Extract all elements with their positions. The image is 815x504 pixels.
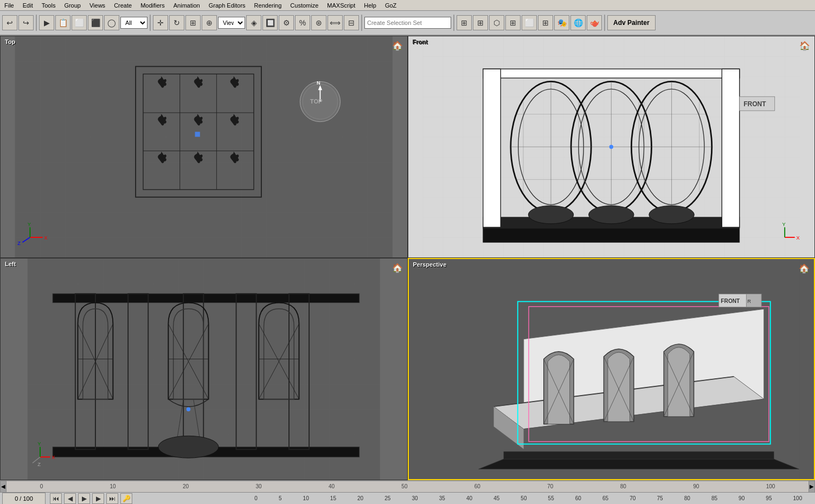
schematic-view-button[interactable]: ⊞ — [473, 15, 488, 30]
viewport-left-content: LEFT X Y Z — [1, 259, 407, 480]
reference-button[interactable]: ⊕ — [202, 15, 217, 30]
svg-rect-24 — [483, 227, 739, 242]
viewport-top-label: Top — [5, 38, 15, 45]
environment-button[interactable]: 🌐 — [570, 15, 586, 30]
scale-button[interactable]: ⊞ — [185, 15, 201, 30]
mirror-button[interactable]: ⟺ — [328, 15, 343, 30]
home-icon-left[interactable]: 🏠 — [392, 263, 403, 273]
render-setup-button[interactable]: ⊞ — [505, 15, 521, 30]
play-button[interactable]: ▶ — [78, 493, 90, 504]
timeline-left-arrow[interactable]: ◀ — [0, 481, 7, 493]
menu-maxscript[interactable]: MAXScript — [323, 2, 360, 9]
svg-rect-8 — [195, 132, 200, 137]
svg-rect-23 — [483, 69, 739, 78]
material-editor-button[interactable]: ⬡ — [489, 15, 504, 30]
viewport-grid: Top 🏠 — [0, 36, 815, 480]
viewport-top-content: N TOP X Y Z — [1, 36, 407, 257]
viewport-left-label: Left — [5, 261, 16, 267]
next-frame-button[interactable]: ▶ — [92, 493, 104, 504]
viewport-left[interactable]: Left 🏠 — [0, 258, 408, 480]
svg-rect-27 — [722, 69, 739, 227]
toolbar: ↩ ↪ ▶ 📋 ⬜ ⬛ ◯ All ✛ ↻ ⊞ ⊕ View ◈ 🔲 ⚙ % ⊛… — [0, 11, 815, 36]
svg-point-46 — [609, 145, 613, 148]
select-by-name-button[interactable]: 📋 — [55, 15, 70, 30]
svg-text:Y: Y — [28, 222, 31, 227]
viewport-front[interactable]: Front 🏠 — [408, 36, 816, 258]
menu-rendering[interactable]: Rendering — [250, 2, 286, 9]
svg-text:FRONT: FRONT — [721, 298, 740, 304]
svg-point-36 — [528, 205, 573, 223]
filter-dropdown[interactable]: All — [120, 17, 147, 29]
spinner-snap-button[interactable]: ⊛ — [311, 15, 326, 30]
teapot-button[interactable]: 🫖 — [587, 15, 602, 30]
lasso-button[interactable]: ◯ — [104, 15, 119, 30]
svg-text:Y: Y — [37, 441, 41, 447]
svg-rect-64 — [53, 294, 360, 303]
adv-painter-button[interactable]: Adv Painter — [607, 15, 656, 30]
separator-5 — [604, 15, 605, 31]
svg-point-45 — [588, 205, 633, 223]
home-icon-perspective[interactable]: 🏠 — [799, 263, 810, 274]
svg-text:X: X — [796, 235, 799, 241]
menu-graph-editors[interactable]: Graph Editors — [204, 2, 250, 9]
create-selection-set-input[interactable] — [364, 17, 451, 29]
rotate-button[interactable]: ↻ — [169, 15, 184, 30]
svg-marker-93 — [478, 459, 799, 469]
rect-select-button[interactable]: ⬜ — [72, 15, 87, 30]
menu-modifiers[interactable]: Modifiers — [136, 2, 169, 9]
view-dropdown[interactable]: View — [218, 17, 245, 29]
menu-file[interactable]: File — [0, 2, 18, 9]
home-icon-top[interactable]: 🏠 — [392, 41, 403, 51]
home-icon-front[interactable]: 🏠 — [799, 41, 810, 51]
frame-display: 0 / 100 — [2, 493, 46, 505]
viewport-front-content: FRONT X Y — [408, 36, 815, 257]
activeshade-button[interactable]: 🎭 — [554, 15, 569, 30]
align-button[interactable]: ⊟ — [344, 15, 359, 30]
window-crossing-button[interactable]: ⬛ — [88, 15, 103, 30]
timeline-track[interactable]: 0 10 20 30 40 50 60 70 80 90 100 — [7, 481, 808, 493]
status-bar: 0 / 100 ⏮ ◀ ▶ ▶ ⏭ 🔑 0 5 10 15 20 25 30 3… — [0, 492, 815, 504]
viewport-top[interactable]: Top 🏠 — [0, 36, 408, 258]
menu-group[interactable]: Group — [60, 2, 85, 9]
svg-text:Y: Y — [782, 222, 785, 227]
separator-3 — [361, 15, 362, 31]
svg-text:Z: Z — [37, 462, 41, 467]
viewport-perspective[interactable]: Perspective 🏠 — [408, 258, 816, 480]
prev-frame-button[interactable]: ◀ — [64, 493, 76, 504]
render-frame-button[interactable]: ⬜ — [522, 15, 537, 30]
viewport-perspective-content: FRONT R — [409, 259, 814, 479]
go-to-end-button[interactable]: ⏭ — [106, 493, 118, 504]
svg-text:R: R — [747, 299, 751, 304]
menu-customize[interactable]: Customize — [286, 2, 323, 9]
viewport-front-label: Front — [413, 38, 428, 45]
pivot-button[interactable]: ◈ — [246, 15, 261, 30]
render-button[interactable]: ⊞ — [538, 15, 553, 30]
menu-animation[interactable]: Animation — [169, 2, 204, 9]
svg-text:Z: Z — [17, 241, 21, 246]
timeline-right-arrow[interactable]: ▶ — [808, 481, 815, 493]
svg-text:X: X — [44, 235, 47, 241]
menu-goz[interactable]: GoZ — [381, 2, 401, 9]
undo-button[interactable]: ↩ — [2, 15, 17, 30]
separator-2 — [150, 15, 151, 31]
separator-4 — [453, 15, 454, 31]
menu-edit[interactable]: Edit — [18, 2, 37, 9]
named-selection-button[interactable]: ⊞ — [457, 15, 472, 30]
menu-help[interactable]: Help — [360, 2, 381, 9]
timeline-numbers: 0 10 20 30 40 50 60 70 80 90 100 — [7, 483, 808, 489]
go-to-start-button[interactable]: ⏮ — [50, 493, 62, 504]
select-object-button[interactable]: ▶ — [39, 15, 54, 30]
menu-tools[interactable]: Tools — [37, 2, 60, 9]
percent-snap-button[interactable]: % — [295, 15, 310, 30]
angle-snap-button[interactable]: ⚙ — [279, 15, 294, 30]
svg-marker-94 — [503, 451, 773, 459]
redo-button[interactable]: ↪ — [18, 15, 34, 30]
svg-rect-1 — [15, 36, 393, 257]
snap-toggle-button[interactable]: 🔲 — [262, 15, 278, 30]
menu-views[interactable]: Views — [85, 2, 110, 9]
svg-text:FRONT: FRONT — [743, 100, 766, 108]
key-mode-button[interactable]: 🔑 — [120, 493, 132, 504]
select-move-button[interactable]: ✛ — [153, 15, 168, 30]
menu-create[interactable]: Create — [110, 2, 136, 9]
menu-bar: File Edit Tools Group Views Create Modif… — [0, 0, 815, 11]
